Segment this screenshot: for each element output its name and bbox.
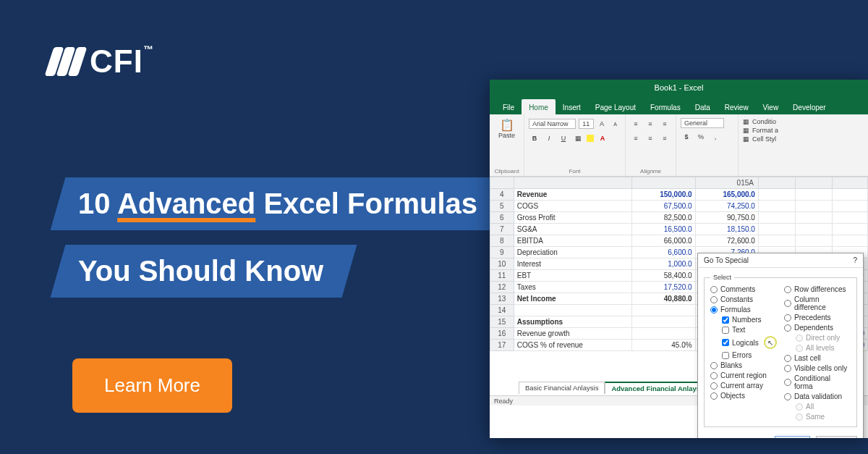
cell-value[interactable]: 58,400.0 bbox=[632, 270, 695, 282]
cell-value[interactable] bbox=[832, 201, 867, 212]
cell-value[interactable] bbox=[832, 224, 867, 235]
gts-option-data-validation[interactable]: Data validation bbox=[784, 392, 851, 400]
ribbon-tab-page-layout[interactable]: Page Layout bbox=[588, 99, 643, 114]
cell-value[interactable] bbox=[632, 328, 695, 340]
cell-styles-icon[interactable]: ▦ bbox=[743, 135, 749, 143]
align-mid-icon[interactable]: ≡ bbox=[644, 118, 656, 130]
gts-option-last-cell[interactable]: Last cell bbox=[784, 354, 851, 362]
cancel-button[interactable]: Canc bbox=[816, 436, 857, 438]
cell-value[interactable] bbox=[795, 189, 832, 201]
gts-option-blanks[interactable]: Blanks bbox=[710, 361, 777, 369]
col-header[interactable] bbox=[832, 177, 867, 189]
row-label[interactable]: Gross Profit bbox=[514, 212, 632, 224]
cell-value[interactable]: 90,750.0 bbox=[695, 212, 758, 224]
align-bot-icon[interactable]: ≡ bbox=[659, 118, 671, 130]
cell-value[interactable]: 150,000.0 bbox=[632, 189, 695, 201]
select-all-corner[interactable] bbox=[490, 177, 514, 189]
ribbon-tab-insert[interactable]: Insert bbox=[556, 99, 588, 114]
conditional-format-icon[interactable]: ▦ bbox=[743, 118, 749, 125]
cell-value[interactable] bbox=[758, 201, 795, 212]
row-header[interactable]: 15 bbox=[490, 316, 514, 328]
cell-value[interactable] bbox=[795, 212, 832, 224]
cell-value[interactable] bbox=[795, 224, 832, 235]
cell-value[interactable] bbox=[632, 316, 695, 328]
cell-value[interactable] bbox=[832, 235, 867, 247]
cell-value[interactable] bbox=[795, 235, 832, 247]
gts-option-logicals[interactable]: Logicals↖ bbox=[710, 336, 777, 349]
cell-value[interactable] bbox=[758, 189, 795, 201]
align-top-icon[interactable]: ≡ bbox=[630, 118, 642, 130]
row-label[interactable]: Taxes bbox=[514, 282, 632, 293]
gts-option-text[interactable]: Text bbox=[710, 326, 777, 334]
currency-icon[interactable]: $ bbox=[681, 131, 692, 143]
number-format-select[interactable]: General bbox=[681, 118, 724, 128]
row-header[interactable]: 8 bbox=[490, 235, 514, 247]
align-left-icon[interactable]: ≡ bbox=[630, 133, 642, 144]
row-label[interactable]: COGS % of revenue bbox=[514, 340, 632, 351]
cell-value[interactable] bbox=[832, 189, 867, 201]
ribbon-tab-formulas[interactable]: Formulas bbox=[643, 99, 688, 114]
cell-value[interactable] bbox=[795, 201, 832, 212]
ribbon-tab-view[interactable]: View bbox=[756, 99, 786, 114]
row-header[interactable]: 12 bbox=[490, 282, 514, 293]
format-table-button[interactable]: Format a bbox=[752, 127, 778, 134]
ribbon-tab-file[interactable]: File bbox=[495, 99, 522, 114]
row-header[interactable]: 17 bbox=[490, 340, 514, 351]
percent-icon[interactable]: % bbox=[695, 131, 707, 143]
font-color-icon[interactable]: A bbox=[597, 133, 608, 144]
cell-value[interactable]: 67,500.0 bbox=[632, 201, 695, 212]
row-label[interactable]: COGS bbox=[514, 201, 632, 212]
cell-value[interactable]: 72,600.0 bbox=[695, 235, 758, 247]
cell-value[interactable] bbox=[758, 235, 795, 247]
row-label[interactable]: Revenue growth bbox=[514, 328, 632, 340]
col-header[interactable] bbox=[758, 177, 795, 189]
cell-value[interactable]: 82,500.0 bbox=[632, 212, 695, 224]
ribbon-tab-data[interactable]: Data bbox=[688, 99, 718, 114]
cell-value[interactable]: 17,520.0 bbox=[632, 282, 695, 293]
cell-value[interactable]: 165,000.0 bbox=[695, 189, 758, 201]
row-header[interactable]: 11 bbox=[490, 270, 514, 282]
font-size-select[interactable]: 11 bbox=[579, 119, 594, 129]
paste-button[interactable]: Paste bbox=[494, 132, 519, 139]
gts-option-visible-cells-only[interactable]: Visible cells only bbox=[784, 364, 851, 372]
cell-value[interactable]: 6,600.0 bbox=[632, 247, 695, 258]
table-row[interactable]: 8EBITDA66,000.072,600.0 bbox=[490, 235, 868, 247]
col-header[interactable] bbox=[795, 177, 832, 189]
cell-styles-button[interactable]: Cell Styl bbox=[752, 135, 776, 143]
row-header[interactable]: 9 bbox=[490, 247, 514, 258]
gts-option-current-array[interactable]: Current array bbox=[710, 382, 777, 390]
gts-option-column-difference[interactable]: Column difference bbox=[784, 295, 851, 311]
table-row[interactable]: 5COGS67,500.074,250.0 bbox=[490, 201, 868, 212]
comma-icon[interactable]: , bbox=[710, 131, 721, 143]
row-label[interactable]: Revenue bbox=[514, 189, 632, 201]
gts-option-objects[interactable]: Objects bbox=[710, 392, 777, 400]
cell-value[interactable]: 45.0% bbox=[632, 340, 695, 351]
excel-worksheet[interactable]: 015A 4Revenue150,000.0165,000.05COGS67,5… bbox=[490, 177, 868, 405]
row-header[interactable]: 5 bbox=[490, 201, 514, 212]
cell-value[interactable]: 1,000.0 bbox=[632, 258, 695, 270]
row-header[interactable]: 16 bbox=[490, 328, 514, 340]
row-label[interactable]: Depreciation bbox=[514, 247, 632, 258]
border-icon[interactable]: ▦ bbox=[572, 133, 584, 144]
gts-option-current-region[interactable]: Current region bbox=[710, 371, 777, 379]
row-label[interactable]: SG&A bbox=[514, 224, 632, 235]
cell-value[interactable] bbox=[632, 305, 695, 316]
cell-value[interactable] bbox=[758, 212, 795, 224]
gts-option-precedents[interactable]: Precedents bbox=[784, 314, 851, 321]
cell-value[interactable]: 74,250.0 bbox=[695, 201, 758, 212]
underline-icon[interactable]: U bbox=[558, 133, 569, 144]
ok-button[interactable]: OK bbox=[775, 436, 809, 438]
table-row[interactable]: 6Gross Profit82,500.090,750.0 bbox=[490, 212, 868, 224]
format-table-icon[interactable]: ▦ bbox=[743, 127, 749, 134]
italic-icon[interactable]: I bbox=[543, 133, 555, 144]
table-row[interactable]: 4Revenue150,000.0165,000.0 bbox=[490, 189, 868, 201]
bold-icon[interactable]: B bbox=[529, 133, 540, 144]
align-center-icon[interactable]: ≡ bbox=[644, 133, 656, 144]
row-label[interactable]: EBITDA bbox=[514, 235, 632, 247]
gts-option-row-differences[interactable]: Row differences bbox=[784, 285, 851, 293]
ribbon-tab-developer[interactable]: Developer bbox=[786, 99, 833, 114]
row-header[interactable]: 7 bbox=[490, 224, 514, 235]
conditional-format-button[interactable]: Conditio bbox=[752, 118, 776, 125]
cell-value[interactable]: 18,150.0 bbox=[695, 224, 758, 235]
font-name-select[interactable]: Arial Narrow bbox=[529, 119, 576, 129]
